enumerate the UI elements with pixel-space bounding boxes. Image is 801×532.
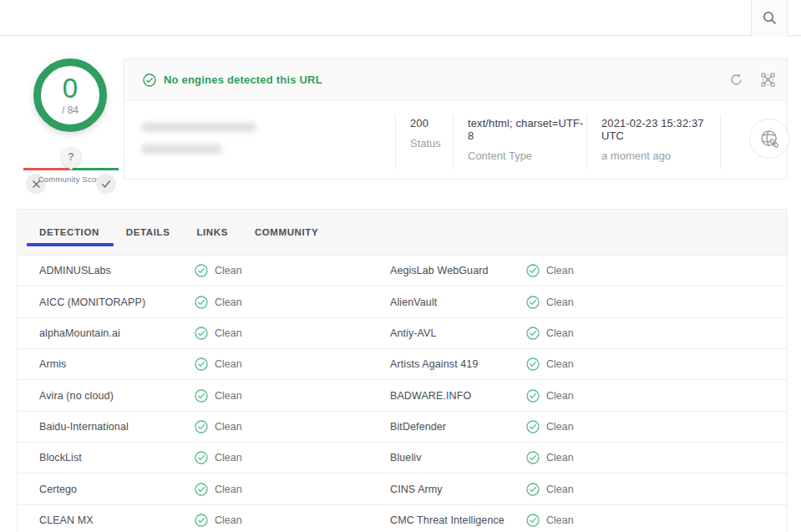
detection-total: / 84 <box>62 104 79 116</box>
clean-check-icon <box>526 420 540 433</box>
content-type-value: text/html; charset=UTF-8 <box>468 117 586 142</box>
engine-name-right: BitDefender <box>390 421 526 433</box>
tab-community[interactable]: COMMUNITY <box>255 210 318 255</box>
detection-score-ring: 0 / 84 <box>33 58 107 132</box>
clean-check-icon <box>526 514 540 527</box>
engine-result-left: Clean <box>195 389 390 403</box>
detection-table: ADMINUSLabs Clean AegisLab WebGuard Clea… <box>18 255 787 532</box>
scan-date-column: 2021-02-23 15:32:37 UTC a moment ago <box>586 114 720 169</box>
result-label-left: Clean <box>215 265 242 276</box>
engine-result-left: Clean <box>195 327 390 340</box>
vote-harmless-button[interactable] <box>96 174 116 194</box>
result-label-left: Clean <box>215 358 242 370</box>
top-navigation-bar <box>0 0 801 36</box>
url-link-column <box>720 114 789 169</box>
detection-table-row: BlockList Clean Blueliv Clean <box>18 443 787 474</box>
scanned-url-block <box>124 101 395 179</box>
status-code-value: 200 <box>410 117 453 129</box>
scan-summary-card: No engines detected this URL <box>124 58 788 180</box>
result-label-left: Clean <box>215 452 242 464</box>
search-icon <box>763 11 777 25</box>
engine-result-right: Clean <box>526 296 787 309</box>
graph-icon <box>761 73 775 87</box>
detection-table-row: CLEAN MX Clean CMC Threat Intelligence C… <box>18 505 787 532</box>
detection-score: 0 <box>63 74 78 103</box>
engine-name-right: AegisLab WebGuard <box>390 265 526 276</box>
result-label-left: Clean <box>215 421 242 433</box>
clean-check-icon <box>195 514 208 527</box>
content-type-label: Content Type <box>468 149 586 162</box>
engine-name-right: Artists Against 419 <box>390 358 526 370</box>
tab-bar: DETECTION DETAILS LINKS COMMUNITY <box>18 210 787 255</box>
clean-check-icon <box>526 357 540 371</box>
engine-result-right: Clean <box>526 514 787 527</box>
engine-name-right: Antiy-AVL <box>390 327 526 339</box>
engine-name-right: BADWARE.INFO <box>390 390 526 402</box>
clean-check-icon <box>195 296 208 309</box>
engine-name-left: Certego <box>39 484 195 495</box>
engine-result-left: Clean <box>195 483 390 496</box>
result-label-right: Clean <box>546 296 574 308</box>
tab-details[interactable]: DETAILS <box>126 210 170 255</box>
detection-table-row: Baidu-International Clean BitDefender Cl… <box>18 412 787 443</box>
status-column: 200 Status <box>395 114 453 169</box>
clean-check-icon <box>526 327 540 340</box>
reanalyze-button[interactable] <box>729 73 743 87</box>
engine-result-right: Clean <box>526 483 787 496</box>
clean-check-icon <box>526 451 540 464</box>
engine-result-left: Clean <box>195 451 390 464</box>
result-label-right: Clean <box>546 358 574 370</box>
vt-graph-button[interactable] <box>761 73 775 87</box>
check-icon <box>101 180 111 189</box>
result-label-right: Clean <box>546 421 574 433</box>
open-url-button[interactable] <box>749 119 789 159</box>
clean-check-icon <box>526 389 540 403</box>
scan-metadata-row: 200 Status text/html; charset=UTF-8 Cont… <box>124 101 787 179</box>
clean-check-icon <box>195 451 208 464</box>
clean-check-icon <box>526 296 540 309</box>
engine-result-left: Clean <box>195 420 390 433</box>
engine-name-left: CLEAN MX <box>39 514 195 526</box>
clean-check-icon <box>195 327 208 340</box>
engine-name-right: CINS Army <box>390 484 526 495</box>
detection-card: DETECTION DETAILS LINKS COMMUNITY ADMINU… <box>17 209 788 532</box>
engine-result-right: Clean <box>526 264 787 277</box>
scan-date-value: 2021-02-23 15:32:37 UTC <box>601 117 720 142</box>
verdict-header: No engines detected this URL <box>124 59 787 101</box>
detection-table-row: ADMINUSLabs Clean AegisLab WebGuard Clea… <box>18 256 787 286</box>
status-code-label: Status <box>410 137 453 149</box>
clean-check-icon <box>526 483 540 496</box>
engine-result-left: Clean <box>195 357 390 371</box>
result-label-left: Clean <box>215 484 242 495</box>
clean-check-icon <box>195 389 208 403</box>
engine-name-left: Baidu-International <box>39 421 195 433</box>
tab-links[interactable]: LINKS <box>196 210 228 255</box>
engine-result-right: Clean <box>526 451 787 464</box>
check-circle-icon <box>143 73 156 87</box>
result-label-left: Clean <box>215 390 242 402</box>
engine-name-right: AlienVault <box>390 296 526 308</box>
engine-result-left: Clean <box>195 296 390 309</box>
tab-detection[interactable]: DETECTION <box>39 210 99 255</box>
result-label-right: Clean <box>546 514 574 526</box>
engine-name-left: ADMINUSLabs <box>39 265 195 276</box>
result-label-right: Clean <box>546 390 574 402</box>
engine-name-right: CMC Threat Intelligence <box>390 514 526 526</box>
redacted-url-line <box>141 123 256 132</box>
detection-table-row: AICC (MONITORAPP) Clean AlienVault Clean <box>18 286 787 317</box>
engine-result-right: Clean <box>526 357 787 371</box>
clean-check-icon <box>195 483 208 496</box>
engine-name-left: alphaMountain.ai <box>39 327 195 339</box>
engine-name-left: Avira (no cloud) <box>39 390 195 402</box>
search-button[interactable] <box>751 0 788 36</box>
result-label-left: Clean <box>215 514 242 526</box>
community-score-marker: ? <box>61 147 81 167</box>
negative-votes-bar <box>23 168 71 170</box>
positive-votes-bar <box>71 168 119 170</box>
engine-name-left: Armis <box>39 358 195 370</box>
community-score-label: Community Score <box>38 175 104 185</box>
engine-name-left: AICC (MONITORAPP) <box>39 296 195 308</box>
clean-check-icon <box>195 420 208 433</box>
detection-table-row: alphaMountain.ai Clean Antiy-AVL Clean <box>18 318 787 349</box>
engine-name-right: Blueliv <box>390 452 526 464</box>
